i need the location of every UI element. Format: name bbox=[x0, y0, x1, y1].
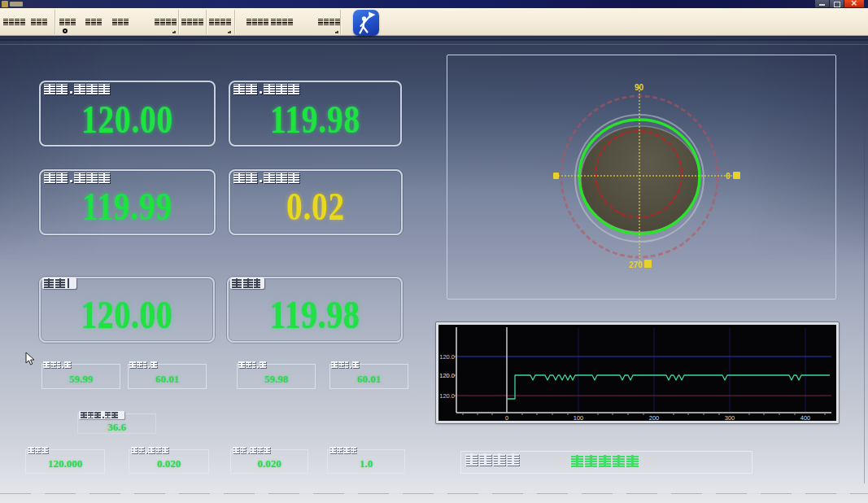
svg-text:0: 0 bbox=[505, 414, 508, 421]
svg-text:200: 200 bbox=[649, 414, 660, 421]
svg-text:120.0: 120.0 bbox=[439, 392, 455, 400]
svg-text:100: 100 bbox=[574, 414, 584, 421]
svg-text:300: 300 bbox=[725, 414, 735, 421]
svg-text:120.0: 120.0 bbox=[439, 353, 455, 361]
svg-text:270: 270 bbox=[629, 260, 643, 269]
svg-text:120.0: 120.0 bbox=[439, 372, 455, 379]
svg-text:400: 400 bbox=[800, 414, 811, 421]
svg-text:0: 0 bbox=[726, 172, 731, 181]
svg-text:90: 90 bbox=[635, 83, 644, 92]
